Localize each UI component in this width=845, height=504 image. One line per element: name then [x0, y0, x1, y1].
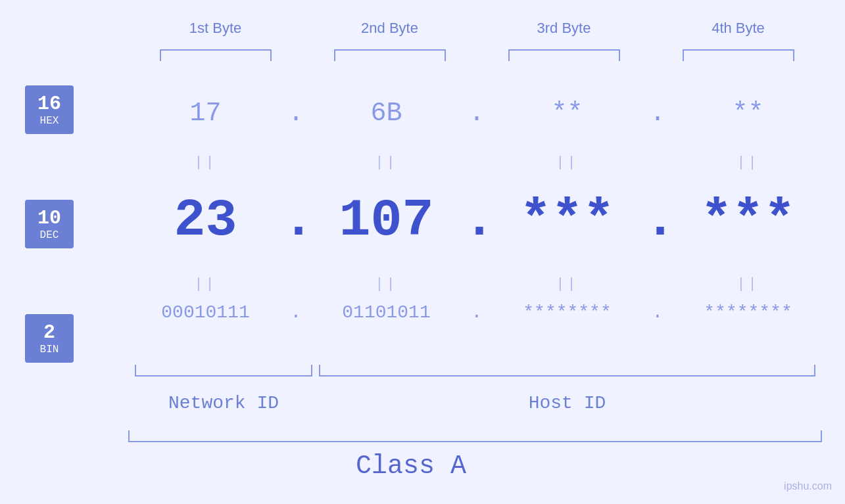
bracket-top-4 [683, 49, 794, 61]
dec-byte2: 107 [309, 191, 464, 250]
bin-row: 00010111 . 01101011 . ******** . *******… [128, 302, 825, 323]
byte3-header: 3rd Byte [477, 20, 651, 37]
bin-name: BIN [40, 344, 59, 355]
hex-number: 16 [37, 93, 61, 115]
hex-byte3: ** [490, 99, 644, 128]
dec-dot1: . [283, 191, 309, 250]
bracket-top-1 [160, 49, 272, 61]
equals-2-b3: || [490, 276, 644, 292]
dec-dot3: . [644, 191, 671, 250]
equals-2-b1: || [128, 276, 283, 292]
bin-dot3: . [644, 302, 671, 323]
bracket-bottom-host [319, 365, 815, 377]
dec-row: 23 . 107 . *** . *** [128, 191, 825, 250]
byte-headers: 1st Byte 2nd Byte 3rd Byte 4th Byte [128, 20, 825, 37]
hex-dot2: . [464, 99, 490, 128]
bracket-top-2 [334, 49, 446, 61]
hex-row: 17 . 6B . ** . ** [128, 99, 825, 128]
bin-dot2: . [464, 302, 490, 323]
main-container: 1st Byte 2nd Byte 3rd Byte 4th Byte 16 H… [0, 0, 845, 504]
dec-badge: 10 DEC [25, 200, 74, 248]
equals-1-b2: || [309, 154, 464, 171]
dec-number: 10 [37, 208, 61, 229]
equals-1-b1: || [128, 154, 283, 171]
hex-name: HEX [40, 115, 59, 127]
equals-row-2: || || || || [128, 276, 825, 292]
top-brackets [128, 49, 825, 61]
class-label: Class A [0, 451, 822, 481]
bin-byte2: 01101011 [309, 302, 464, 323]
dec-name: DEC [40, 229, 59, 241]
bracket-bottom-network [135, 365, 312, 377]
byte2-header: 2nd Byte [302, 20, 477, 37]
hex-byte4: ** [671, 99, 825, 128]
equals-1-b4: || [671, 154, 825, 171]
bracket-top-3 [508, 49, 620, 61]
dec-byte1: 23 [128, 191, 283, 250]
dec-byte3: *** [490, 191, 644, 250]
equals-2-b4: || [671, 276, 825, 292]
bottom-long-bracket [128, 430, 822, 442]
network-id-label: Network ID [135, 393, 312, 413]
hex-badge: 16 HEX [25, 85, 74, 134]
hex-dot3: . [644, 99, 671, 128]
hex-byte2: 6B [309, 99, 464, 128]
base-labels: 16 HEX 10 DEC 2 BIN [25, 85, 74, 363]
bin-byte4: ******** [671, 302, 825, 323]
watermark: ipshu.com [784, 480, 832, 492]
bin-byte3: ******** [490, 302, 644, 323]
equals-2-b2: || [309, 276, 464, 292]
equals-1-b3: || [490, 154, 644, 171]
dec-byte4: *** [671, 191, 825, 250]
bin-dot1: . [283, 302, 309, 323]
bin-badge: 2 BIN [25, 314, 74, 363]
dec-dot2: . [464, 191, 490, 250]
host-id-label: Host ID [319, 393, 815, 413]
byte1-header: 1st Byte [128, 20, 302, 37]
byte4-header: 4th Byte [651, 20, 825, 37]
equals-row-1: || || || || [128, 154, 825, 171]
bin-byte1: 00010111 [128, 302, 283, 323]
hex-byte1: 17 [128, 99, 283, 128]
bin-number: 2 [43, 322, 55, 344]
hex-dot1: . [283, 99, 309, 128]
